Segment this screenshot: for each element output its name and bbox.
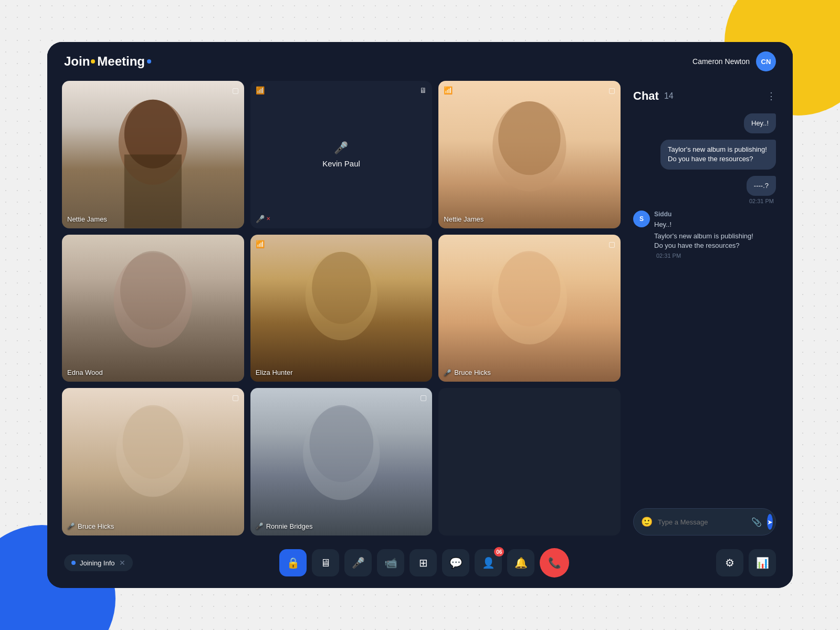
avatar[interactable]: CN bbox=[756, 51, 776, 71]
video-button[interactable]: 📹 bbox=[377, 549, 404, 576]
msg-time-siddu: 02:31 PM bbox=[654, 253, 759, 259]
mic-muted-8: 🎤 bbox=[256, 522, 264, 530]
chat-icon: 💬 bbox=[449, 556, 463, 569]
joining-info-pill[interactable]: Joining Info ✕ bbox=[64, 554, 133, 571]
attach-icon[interactable]: 📎 bbox=[751, 517, 762, 527]
participants-icon: 👤 bbox=[482, 556, 495, 569]
msg-sender-siddu: Siddu bbox=[654, 211, 759, 218]
mic-muted-6: 🎤 bbox=[444, 369, 452, 376]
end-call-icon: 📞 bbox=[548, 556, 561, 569]
mic-icon: 🎤 bbox=[352, 556, 365, 569]
corner-icon-3: ▢ bbox=[608, 86, 615, 94]
muted-icon-2: 🎤✕ bbox=[256, 215, 270, 223]
logo: Join Meeting bbox=[64, 54, 151, 69]
logo-text: Join bbox=[64, 54, 90, 69]
corner-icon-7: ▢ bbox=[232, 393, 239, 402]
stats-button[interactable]: 📊 bbox=[749, 549, 776, 576]
chat-input-area: 🙂 📎 ➤ bbox=[631, 502, 778, 538]
grid-button[interactable]: ⊞ bbox=[410, 549, 437, 576]
video-grid: ▢ Nettie James 🎤 Kevin Paul 📶 🖥 🎤✕ bbox=[62, 81, 621, 536]
logo-text-2: Meeting bbox=[97, 54, 145, 69]
signal-icon-3: 📶 bbox=[444, 86, 453, 94]
emoji-icon[interactable]: 🙂 bbox=[641, 516, 653, 528]
header: Join Meeting Cameron Newton CN bbox=[47, 42, 793, 81]
chat-input-box: 🙂 📎 ➤ bbox=[633, 508, 776, 536]
chat-title-row: Chat 14 bbox=[633, 89, 674, 103]
msg-time-3: 02:31 PM bbox=[747, 198, 776, 204]
chat-title: Chat bbox=[633, 89, 659, 103]
settings-button[interactable]: ⚙ bbox=[716, 549, 743, 576]
msg-bubble-sent-1: Hey..! bbox=[744, 113, 776, 133]
mic-muted-7: 🎤 bbox=[67, 522, 75, 530]
video-label-8: 🎤 Ronnie Bridges bbox=[256, 522, 313, 530]
msg-text-siddu-1: Hey..! bbox=[654, 220, 759, 229]
msg-avatar-siddu: S bbox=[633, 211, 650, 227]
app-window: Join Meeting Cameron Newton CN bbox=[47, 42, 793, 588]
svg-point-12 bbox=[123, 405, 183, 479]
participants-badge: 06 bbox=[494, 547, 504, 556]
signal-icon: 📶 bbox=[256, 86, 265, 94]
joining-info-dot bbox=[71, 561, 76, 565]
header-right: Cameron Newton CN bbox=[692, 51, 776, 71]
msg-received-content: Siddu Hey..! Taylor's new album is publi… bbox=[654, 211, 759, 259]
send-button[interactable]: ➤ bbox=[767, 514, 773, 530]
logo-dot-blue bbox=[147, 59, 151, 64]
kevin-mic-icon: 🎤 bbox=[334, 141, 348, 155]
message-3: ----.? 02:31 PM bbox=[633, 176, 776, 204]
lock-icon: 🔒 bbox=[287, 556, 300, 569]
video-label-6: 🎤 Bruce Hicks bbox=[444, 369, 490, 376]
bell-button[interactable]: 🔔 bbox=[507, 549, 534, 576]
message-4: S Siddu Hey..! Taylor's new album is pub… bbox=[633, 211, 776, 259]
chat-header: Chat 14 ⋮ bbox=[631, 85, 778, 111]
main-content: ▢ Nettie James 🎤 Kevin Paul 📶 🖥 🎤✕ bbox=[47, 81, 793, 542]
bell-icon: 🔔 bbox=[514, 556, 528, 569]
video-cell-2: 🎤 Kevin Paul 📶 🖥 🎤✕ bbox=[250, 81, 433, 228]
end-call-button[interactable]: 📞 bbox=[540, 548, 569, 578]
video-label-1: Nettie James bbox=[67, 215, 107, 223]
msg-text-siddu-2: Taylor's new album is publishing! Do you… bbox=[654, 232, 759, 250]
toolbar: Joining Info ✕ 🔒 🖥 🎤 📹 ⊞ bbox=[47, 542, 793, 588]
svg-point-6 bbox=[120, 251, 186, 330]
toolbar-left: Joining Info ✕ bbox=[64, 554, 133, 571]
chat-button[interactable]: 💬 bbox=[442, 549, 469, 576]
video-cell-1: ▢ Nettie James bbox=[62, 81, 244, 228]
video-icon: 📹 bbox=[384, 556, 397, 569]
chat-menu-icon[interactable]: ⋮ bbox=[766, 90, 776, 102]
joining-info-close[interactable]: ✕ bbox=[119, 559, 125, 567]
msg-bubble-sent-3: ----.? bbox=[747, 176, 776, 196]
message-2: Taylor's new album is publishing! Do you… bbox=[633, 140, 776, 169]
toolbar-center: 🔒 🖥 🎤 📹 ⊞ 💬 👤 bbox=[279, 548, 569, 578]
video-cell-9 bbox=[438, 388, 621, 536]
grid-icon: ⊞ bbox=[419, 556, 428, 569]
msg-bubble-sent-2: Taylor's new album is publishing! Do you… bbox=[660, 140, 776, 169]
video-cell-6: ▢ 🎤 Bruce Hicks bbox=[438, 235, 621, 382]
corner-icon-6: ▢ bbox=[608, 240, 615, 248]
screen-share-button[interactable]: 🖥 bbox=[312, 549, 339, 576]
lock-button[interactable]: 🔒 bbox=[279, 549, 307, 576]
video-cell-5: 📶 Eliza Hunter bbox=[250, 235, 433, 382]
chat-panel: Chat 14 ⋮ Hey..! Taylor's new album is p… bbox=[631, 81, 778, 542]
video-label-4: Edna Wood bbox=[67, 369, 103, 376]
corner-icon-8: ▢ bbox=[420, 393, 427, 402]
kevin-name: Kevin Paul bbox=[322, 159, 360, 168]
screen-icon: 🖥 bbox=[320, 557, 331, 569]
participants-button[interactable]: 👤 06 bbox=[475, 549, 502, 576]
mic-button[interactable]: 🎤 bbox=[344, 549, 372, 576]
video-section: ▢ Nettie James 🎤 Kevin Paul 📶 🖥 🎤✕ bbox=[62, 81, 621, 542]
video-label-5: Eliza Hunter bbox=[256, 369, 293, 376]
signal-icon-5: 📶 bbox=[256, 240, 265, 248]
toolbar-right: ⚙ 📊 bbox=[716, 549, 776, 576]
logo-dot-yellow bbox=[91, 59, 95, 64]
video-corner-icon-1: ▢ bbox=[232, 86, 239, 94]
stats-icon: 📊 bbox=[756, 556, 769, 569]
chat-input[interactable] bbox=[658, 518, 746, 526]
svg-point-4 bbox=[498, 101, 560, 175]
svg-point-10 bbox=[498, 251, 561, 326]
svg-rect-2 bbox=[124, 154, 182, 228]
video-label-3: Nettie James bbox=[444, 215, 484, 223]
video-label-7: 🎤 Bruce Hicks bbox=[67, 522, 114, 530]
svg-point-8 bbox=[312, 251, 371, 323]
chat-count: 14 bbox=[664, 91, 674, 101]
user-name: Cameron Newton bbox=[692, 57, 750, 66]
video-cell-4: Edna Wood bbox=[62, 235, 244, 382]
